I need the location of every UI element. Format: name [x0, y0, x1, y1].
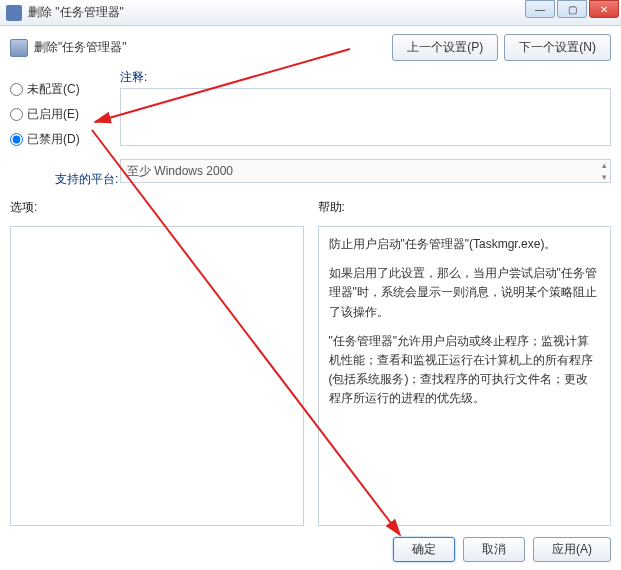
- nav-buttons: 上一个设置(P) 下一个设置(N): [392, 34, 611, 61]
- options-panel: [10, 226, 304, 526]
- radio-enabled-label: 已启用(E): [27, 106, 79, 123]
- ok-button[interactable]: 确定: [393, 537, 455, 562]
- help-p2: 如果启用了此设置，那么，当用户尝试启动"任务管理器"时，系统会显示一则消息，说明…: [329, 264, 601, 322]
- apply-button[interactable]: 应用(A): [533, 537, 611, 562]
- titlebar: 删除 "任务管理器" — ▢ ✕: [0, 0, 621, 26]
- minimize-button[interactable]: —: [525, 0, 555, 18]
- close-button[interactable]: ✕: [589, 0, 619, 18]
- radio-disabled-input[interactable]: [10, 133, 23, 146]
- prev-setting-button[interactable]: 上一个设置(P): [392, 34, 498, 61]
- help-text: 防止用户启动"任务管理器"(Taskmgr.exe)。 如果启用了此设置，那么，…: [329, 235, 601, 409]
- platform-box: 至少 Windows 2000 ▴ ▾: [120, 159, 611, 183]
- help-panel: 防止用户启动"任务管理器"(Taskmgr.exe)。 如果启用了此设置，那么，…: [318, 226, 612, 526]
- radio-enabled[interactable]: 已启用(E): [10, 106, 110, 123]
- radio-disabled[interactable]: 已禁用(D): [10, 131, 110, 148]
- next-setting-button[interactable]: 下一个设置(N): [504, 34, 611, 61]
- footer-buttons: 确定 取消 应用(A): [393, 537, 611, 562]
- help-p3: "任务管理器"允许用户启动或终止程序；监视计算机性能；查看和监视正运行在计算机上…: [329, 332, 601, 409]
- window-controls: — ▢ ✕: [523, 0, 619, 18]
- policy-icon: [10, 39, 28, 57]
- mid-labels: 选项: 帮助:: [0, 183, 621, 226]
- radio-enabled-input[interactable]: [10, 108, 23, 121]
- platform-text: 至少 Windows 2000: [127, 163, 233, 180]
- app-icon: [6, 5, 22, 21]
- radio-not-configured-label: 未配置(C): [27, 81, 80, 98]
- help-p1: 防止用户启动"任务管理器"(Taskmgr.exe)。: [329, 235, 601, 254]
- scroll-down-icon[interactable]: ▾: [602, 172, 607, 182]
- help-label: 帮助:: [318, 199, 612, 216]
- radio-disabled-label: 已禁用(D): [27, 131, 80, 148]
- maximize-button[interactable]: ▢: [557, 0, 587, 18]
- body-grid: 未配置(C) 已启用(E) 已禁用(D) 注释: 支持的平台: 至少 Windo…: [0, 65, 621, 183]
- right-fields: 注释: 支持的平台: 至少 Windows 2000 ▴ ▾: [120, 69, 611, 183]
- window-title: 删除 "任务管理器": [28, 4, 124, 21]
- state-radios: 未配置(C) 已启用(E) 已禁用(D): [10, 69, 110, 183]
- options-label: 选项:: [10, 199, 304, 216]
- panels: 防止用户启动"任务管理器"(Taskmgr.exe)。 如果启用了此设置，那么，…: [0, 226, 621, 526]
- radio-not-configured-input[interactable]: [10, 83, 23, 96]
- comment-input[interactable]: [120, 88, 611, 146]
- comment-label: 注释:: [120, 69, 611, 86]
- cancel-button[interactable]: 取消: [463, 537, 525, 562]
- policy-title: 删除"任务管理器": [34, 39, 127, 56]
- scroll-up-icon[interactable]: ▴: [602, 160, 607, 170]
- platform-label: 支持的平台:: [55, 171, 118, 188]
- header-row: 删除"任务管理器" 上一个设置(P) 下一个设置(N): [0, 26, 621, 65]
- radio-not-configured[interactable]: 未配置(C): [10, 81, 110, 98]
